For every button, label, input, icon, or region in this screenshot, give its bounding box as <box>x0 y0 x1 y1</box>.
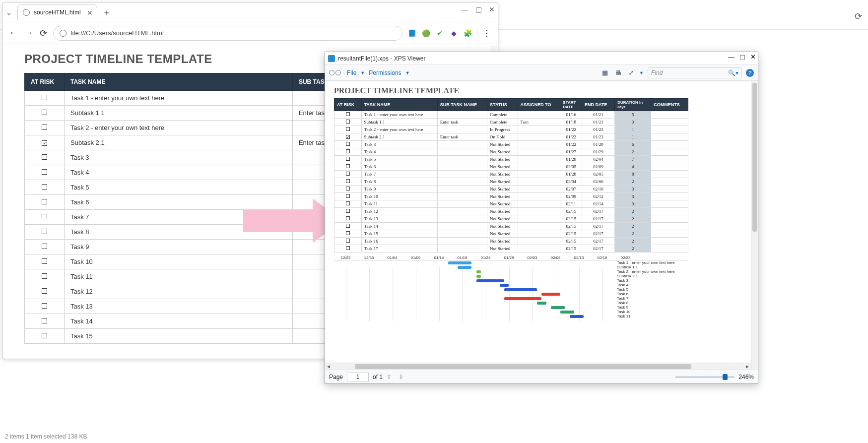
close-window-button[interactable]: ✕ <box>750 53 756 61</box>
risk-cell[interactable] <box>334 193 362 200</box>
comments-cell <box>651 133 688 141</box>
risk-cell[interactable] <box>334 111 362 119</box>
zoom-slider[interactable] <box>675 376 734 378</box>
risk-cell[interactable] <box>25 225 65 240</box>
zoom-percent: 246% <box>738 374 754 380</box>
risk-cell[interactable] <box>25 135 65 150</box>
chevron-down-icon[interactable]: ▼ <box>360 70 365 75</box>
find-input[interactable]: Find 🔍▾ <box>648 67 742 78</box>
comments-cell <box>651 186 688 193</box>
risk-cell[interactable] <box>25 165 65 180</box>
address-bar[interactable]: file:///C:/Users/sourceHTML.html <box>53 26 402 41</box>
page-of: of 1 <box>373 374 383 380</box>
extensions-puzzle-icon[interactable]: 🧩 <box>463 29 472 38</box>
axis-tick: 01/24 <box>474 255 497 260</box>
extension-icon[interactable]: 🟢 <box>421 29 430 38</box>
risk-cell[interactable] <box>25 240 65 254</box>
risk-cell[interactable] <box>334 156 362 163</box>
risk-cell[interactable] <box>334 208 362 215</box>
chevron-down-icon[interactable]: ▼ <box>405 70 410 75</box>
status-cell: Not Started <box>487 148 518 156</box>
risk-cell[interactable] <box>25 91 65 106</box>
comments-cell <box>651 126 688 133</box>
subtask-cell <box>437 208 487 215</box>
extension-icon[interactable]: ✔ <box>435 29 444 38</box>
risk-cell[interactable] <box>25 121 65 135</box>
gantt-bar <box>551 306 565 309</box>
xps-vertical-scrollbar[interactable] <box>751 81 758 370</box>
risk-cell[interactable] <box>25 195 65 210</box>
risk-cell[interactable] <box>25 106 65 121</box>
gantt-bar <box>500 284 509 287</box>
status-cell: On Hold <box>487 133 518 141</box>
task-cell: Task 4 <box>361 148 437 156</box>
risk-cell[interactable] <box>334 141 362 148</box>
risk-cell[interactable] <box>334 186 362 193</box>
risk-cell[interactable] <box>25 314 65 329</box>
risk-cell[interactable] <box>25 329 65 344</box>
page-number-input[interactable] <box>347 373 369 381</box>
back-button[interactable]: ← <box>8 28 18 38</box>
site-info-icon[interactable] <box>60 30 67 37</box>
risk-cell[interactable] <box>334 163 362 171</box>
risk-cell[interactable] <box>25 150 65 165</box>
comments-cell <box>651 163 688 171</box>
risk-cell[interactable] <box>334 230 362 238</box>
layout-view-icon[interactable]: ▦ <box>601 69 609 77</box>
duration-cell: 3 <box>615 200 651 208</box>
risk-cell[interactable] <box>25 180 65 195</box>
binoculars-icon[interactable] <box>329 67 343 78</box>
chrome-more-icon[interactable]: ⋮ <box>482 28 492 39</box>
risk-cell[interactable] <box>334 245 362 253</box>
risk-cell[interactable] <box>334 126 362 133</box>
risk-cell[interactable] <box>334 133 362 141</box>
risk-cell[interactable] <box>334 119 362 126</box>
risk-cell[interactable] <box>334 215 362 223</box>
comments-cell <box>651 171 688 178</box>
xps-title: resultantFile(1).xps - XPS Viewer <box>338 55 426 62</box>
comments-cell <box>651 148 688 156</box>
refresh-icon[interactable]: ⟳ <box>855 11 862 22</box>
extension-icon[interactable]: ◆ <box>449 29 458 38</box>
maximize-button[interactable]: ▢ <box>739 53 745 61</box>
risk-cell[interactable] <box>25 254 65 269</box>
minimize-button[interactable]: — <box>462 5 468 13</box>
xps-horizontal-scrollbar[interactable]: ◄► <box>325 363 751 370</box>
risk-cell[interactable] <box>334 178 362 186</box>
risk-cell[interactable] <box>25 210 65 225</box>
print-icon[interactable]: 🖶 <box>613 69 622 77</box>
risk-cell[interactable] <box>25 269 65 284</box>
task-cell: Task 14 <box>361 223 437 230</box>
risk-cell[interactable] <box>334 200 362 208</box>
end-cell: 02/17 <box>582 215 614 223</box>
status-cell: Not Started <box>487 223 518 230</box>
fit-width-icon[interactable]: ⤢ <box>626 69 635 77</box>
page-up-button[interactable]: ⇧ <box>387 374 395 380</box>
task-cell: Subtask 1.1 <box>65 106 293 121</box>
chevron-down-icon[interactable]: ▼ <box>639 70 644 75</box>
risk-cell[interactable] <box>334 238 362 245</box>
close-tab-icon[interactable]: ✕ <box>87 9 93 17</box>
risk-cell[interactable] <box>334 223 362 230</box>
risk-cell[interactable] <box>334 148 362 156</box>
maximize-button[interactable]: ▢ <box>475 5 482 13</box>
menu-file[interactable]: File <box>347 69 356 76</box>
risk-cell[interactable] <box>334 171 362 178</box>
menu-permissions[interactable]: Permissions <box>369 69 401 76</box>
start-cell: 02/15 <box>560 245 582 253</box>
assigned-cell <box>518 238 560 245</box>
close-window-button[interactable]: ✕ <box>489 5 495 13</box>
tab-overflow-chevron-icon[interactable]: ⌄ <box>2 8 15 16</box>
minimize-button[interactable]: — <box>728 53 734 61</box>
reload-button[interactable]: ⟳ <box>38 28 48 39</box>
help-icon[interactable]: ? <box>746 69 754 77</box>
page-down-button[interactable]: ⇩ <box>399 374 406 380</box>
task-cell: Task 5 <box>361 156 437 163</box>
forward-button[interactable]: → <box>23 28 33 38</box>
risk-cell[interactable] <box>25 284 65 299</box>
xps-document-area[interactable]: PROJECT TIMELINE TEMPLATE AT RISKTASK NA… <box>325 81 751 370</box>
browser-tab[interactable]: sourceHTML.html ✕ <box>17 4 97 20</box>
new-tab-button[interactable]: ＋ <box>102 6 111 18</box>
extension-icon[interactable]: 📘 <box>407 29 416 38</box>
risk-cell[interactable] <box>25 299 65 314</box>
